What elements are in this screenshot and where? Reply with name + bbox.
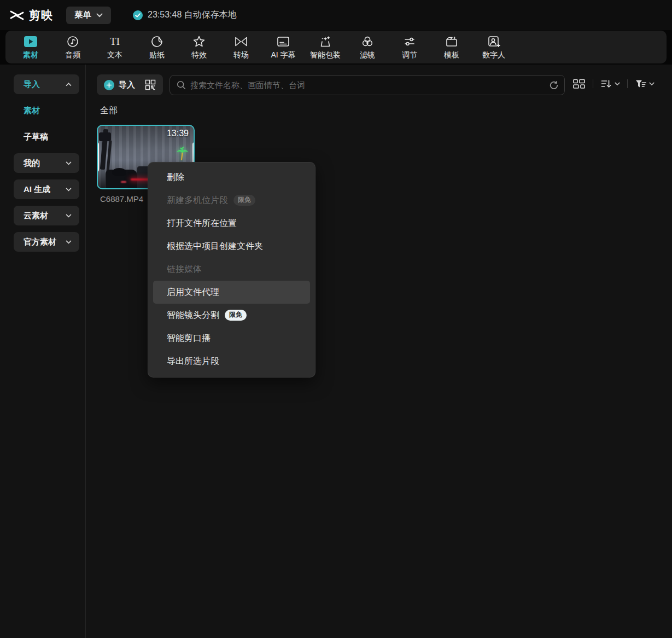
refresh-icon xyxy=(549,80,559,90)
effects-star-icon xyxy=(192,34,206,49)
digital-human-icon xyxy=(487,34,501,49)
tab-smart-pack[interactable]: 智能包装 xyxy=(309,33,342,61)
menu-item-label: 导出所选片段 xyxy=(167,356,219,367)
content-area: 导入 素材 子草稿 我的 AI 生成 云素材 官方素材 xyxy=(0,65,672,638)
svg-text:TI: TI xyxy=(110,36,120,47)
import-button-group: 导入 xyxy=(97,74,163,95)
menu-button-label: 菜单 xyxy=(75,10,91,20)
menu-item-label: 智能镜头分割 xyxy=(167,310,219,321)
filters-circles-icon xyxy=(361,34,374,49)
grid-view-icon xyxy=(572,78,586,90)
thumb-red-led xyxy=(121,181,126,183)
tab-digital-human[interactable]: 数字人 xyxy=(477,33,510,61)
tab-label: 智能包装 xyxy=(310,50,341,60)
autosave-check-icon xyxy=(133,10,143,20)
transition-bowtie-icon xyxy=(234,34,248,49)
chevron-up-icon xyxy=(66,83,72,86)
tab-transition[interactable]: 转场 xyxy=(225,33,258,61)
menu-item-create-folder-from-selection[interactable]: 根据选中项目创建文件夹 xyxy=(148,235,315,258)
menu-item-new-multicam-clip: 新建多机位片段 限免 xyxy=(148,189,315,212)
qr-import-button[interactable] xyxy=(142,79,156,90)
menu-item-label: 打开文件所在位置 xyxy=(167,218,237,229)
video-duration: 13:39 xyxy=(167,129,189,138)
sidebar-item-label: 导入 xyxy=(24,79,66,90)
sidebar-group-label: 官方素材 xyxy=(24,237,66,247)
tab-label: 数字人 xyxy=(482,50,505,60)
limited-free-badge: 限免 xyxy=(233,195,255,206)
search-icon xyxy=(177,80,186,90)
tab-audio[interactable]: 音频 xyxy=(56,33,89,61)
filter-button[interactable] xyxy=(635,78,655,89)
limited-free-badge: 限免 xyxy=(225,310,247,321)
menu-item-enable-file-proxy[interactable]: 启用文件代理 xyxy=(153,281,310,304)
tab-sticker[interactable]: 贴纸 xyxy=(141,33,173,61)
tab-label: 滤镜 xyxy=(360,50,375,60)
tab-adjust[interactable]: 调节 xyxy=(393,33,426,61)
sidebar-group-ai-generate[interactable]: AI 生成 xyxy=(14,179,79,199)
trim-handle-left[interactable] xyxy=(97,142,99,172)
menu-item-delete[interactable]: 删除 xyxy=(148,166,315,189)
sidebar-item-subdraft[interactable]: 子草稿 xyxy=(24,132,48,142)
tab-label: 调节 xyxy=(402,50,417,60)
tab-text[interactable]: TI 文本 xyxy=(98,33,131,61)
tab-label: 特效 xyxy=(191,50,207,60)
audio-note-icon xyxy=(66,34,79,49)
tab-effects[interactable]: 特效 xyxy=(183,33,215,61)
menu-item-smart-cut-talking[interactable]: 智能剪口播 xyxy=(148,327,315,350)
text-TI-icon: TI xyxy=(108,34,122,49)
divider xyxy=(627,79,628,88)
menu-item-open-file-location[interactable]: 打开文件所在位置 xyxy=(148,212,315,235)
tab-template[interactable]: 模板 xyxy=(435,33,468,61)
import-button-label: 导入 xyxy=(119,80,135,90)
chevron-down-icon xyxy=(66,240,72,244)
sticker-peel-icon xyxy=(150,34,163,49)
menu-item-export-selected-clips[interactable]: 导出所选片段 xyxy=(148,350,315,373)
plus-icon xyxy=(104,80,114,90)
filter-funnel-icon xyxy=(635,78,647,89)
sidebar: 导入 素材 子草稿 我的 AI 生成 云素材 官方素材 xyxy=(0,65,86,638)
capcut-app-window: 剪映 菜单 23:53:48 自动保存本地 素材 音频 xyxy=(0,0,672,638)
sidebar-item-material[interactable]: 素材 xyxy=(24,106,40,116)
capcut-logo-icon xyxy=(9,9,25,22)
chevron-down-icon xyxy=(615,82,620,86)
app-logo: 剪映 xyxy=(9,8,53,23)
sidebar-group-label: 云素材 xyxy=(24,211,66,221)
refresh-button[interactable] xyxy=(549,80,559,90)
sidebar-group-official-material[interactable]: 官方素材 xyxy=(14,232,79,252)
tab-media[interactable]: 素材 xyxy=(14,33,47,61)
tab-filters[interactable]: 滤镜 xyxy=(351,33,384,61)
chevron-down-icon xyxy=(649,82,655,86)
neon-palm-icon xyxy=(176,146,189,163)
tab-label: 模板 xyxy=(444,50,459,60)
thumb-gear-silhouette xyxy=(112,168,126,176)
sidebar-group-label: AI 生成 xyxy=(24,184,66,195)
menu-item-label: 删除 xyxy=(167,172,184,183)
thumb-camera-silhouette xyxy=(99,132,111,141)
sidebar-item-import[interactable]: 导入 xyxy=(14,74,79,94)
menu-button[interactable]: 菜单 xyxy=(66,7,111,24)
tab-ai-captions[interactable]: AI 字幕 xyxy=(267,33,300,61)
sidebar-group-label: 我的 xyxy=(24,158,66,169)
layout-view-button[interactable] xyxy=(572,78,586,90)
import-button[interactable]: 导入 xyxy=(104,80,135,90)
sidebar-group-cloud-material[interactable]: 云素材 xyxy=(14,206,79,225)
captions-box-icon xyxy=(276,34,290,49)
template-box-star-icon xyxy=(445,34,459,49)
smart-pack-sparkle-icon xyxy=(318,34,332,49)
autosave-status: 23:53:48 自动保存本地 xyxy=(133,9,237,21)
chevron-down-icon xyxy=(66,188,72,192)
app-title: 剪映 xyxy=(29,8,53,23)
chevron-down-icon xyxy=(66,214,72,218)
adjust-sliders-icon xyxy=(403,34,416,49)
menu-item-smart-shot-split[interactable]: 智能镜头分割 限免 xyxy=(148,304,315,327)
chevron-down-icon xyxy=(66,161,72,165)
menu-item-label: 启用文件代理 xyxy=(167,287,219,298)
sidebar-group-mine[interactable]: 我的 xyxy=(14,153,79,173)
view-controls xyxy=(572,78,655,90)
tab-label: AI 字幕 xyxy=(271,50,295,60)
tab-label: 文本 xyxy=(107,50,122,60)
menu-item-label: 链接媒体 xyxy=(167,264,202,275)
search-input[interactable] xyxy=(190,80,549,90)
context-menu: 删除 新建多机位片段 限免 打开文件所在位置 根据选中项目创建文件夹 链接媒体 … xyxy=(148,162,315,378)
sort-button[interactable] xyxy=(600,78,620,89)
